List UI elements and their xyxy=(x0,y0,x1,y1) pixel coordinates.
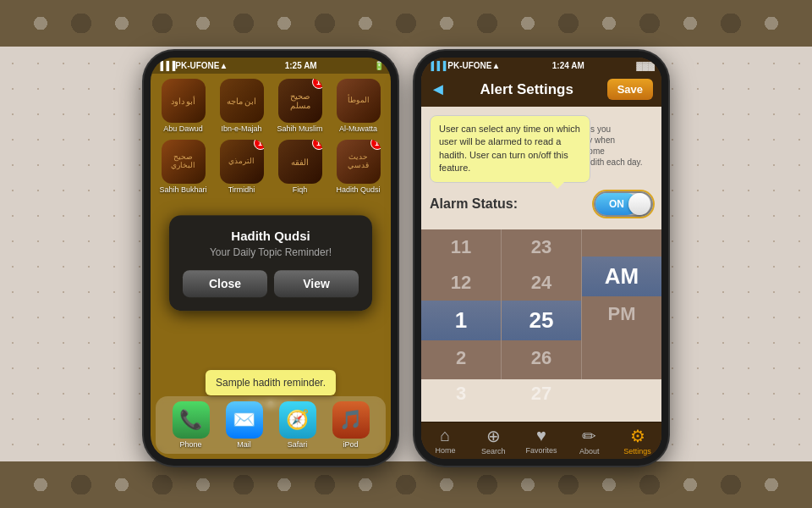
app-muwatta[interactable]: الموطأ Al-Muwatta xyxy=(332,79,384,133)
alert-settings-title: Alert Settings xyxy=(447,81,607,98)
tab-about-label: About xyxy=(579,447,600,456)
popup-title: Hadith Qudsi xyxy=(183,229,359,243)
dock: 📞 Phone ✉️ Mail 🧭 Safari 🎵 iPod xyxy=(156,396,386,454)
tab-home-label: Home xyxy=(435,446,455,455)
popup-notification: Hadith Qudsi Your Daily Topic Reminder! … xyxy=(169,215,372,311)
favorites-icon: ♥ xyxy=(536,426,546,445)
alarm-status-label: Alarm Status: xyxy=(430,196,518,212)
iphone-1: ▐▐▐ PK-UFONE ▲ 1:25 AM 🔋 أبو داود Abu Da… xyxy=(144,51,398,466)
app-ibn-majah[interactable]: ابن ماجه Ibn-e-Majah xyxy=(216,79,267,133)
back-arrow[interactable]: ◄ xyxy=(430,80,447,99)
view-button[interactable]: View xyxy=(274,270,359,297)
phone2-carrier: PK-UFONE xyxy=(447,61,491,70)
app-hadith-qudsi[interactable]: حديث قدسي 1 Hadith Qudsi xyxy=(332,140,384,194)
tab-favorites[interactable]: ♥ Favorites xyxy=(518,426,566,456)
phone2-battery: ▓▓▓ xyxy=(636,61,655,70)
app-sahih-muslim[interactable]: صحيح مسلم 1 Sahih Muslim xyxy=(274,79,326,133)
picker-minutes: 23 24 25 26 27 xyxy=(502,229,582,379)
picker-hours: 11 12 1 2 3 xyxy=(421,229,502,379)
tooltip-bubble: User can select any time on which user w… xyxy=(430,115,590,183)
alert-header: ◄ Alert Settings Save xyxy=(421,74,661,107)
tab-settings-label: Settings xyxy=(623,447,651,456)
phone1-wifi-icon: ▲ xyxy=(220,61,228,70)
close-button[interactable]: Close xyxy=(183,270,267,297)
tab-search[interactable]: ⊕ Search xyxy=(469,426,518,456)
phone1-status-bar: ▐▐▐ PK-UFONE ▲ 1:25 AM 🔋 xyxy=(151,58,391,74)
time-picker[interactable]: 11 12 1 2 3 23 24 25 26 27 xyxy=(421,229,661,379)
alarm-toggle[interactable]: ON xyxy=(594,191,653,217)
dock-safari[interactable]: 🧭 Safari xyxy=(279,401,316,449)
description-text: ...ts you...y when...omehadith each day. xyxy=(581,124,653,168)
floral-border-bottom xyxy=(0,461,812,508)
phone2-time: 1:24 AM xyxy=(500,61,636,70)
phone1-signal: ▐▐▐ xyxy=(157,61,175,70)
popup-buttons: Close View xyxy=(183,270,359,297)
app-tirmidhi[interactable]: الترمذي 1 Tirmidhi xyxy=(216,140,267,194)
ipod-app-label: iPod xyxy=(343,440,358,449)
tab-about[interactable]: ✏ About xyxy=(565,426,613,456)
phone2-screen: ▐▐▐ PK-UFONE ▲ 1:24 AM ▓▓▓ ◄ Alert Setti… xyxy=(421,58,661,459)
tab-search-label: Search xyxy=(481,447,506,456)
mail-app-label: Mail xyxy=(237,440,251,449)
tab-home[interactable]: ⌂ Home xyxy=(421,426,469,456)
phone1-carrier: PK-UFONE xyxy=(175,61,219,70)
search-icon: ⊕ xyxy=(486,426,501,446)
phone2-wifi-icon: ▲ xyxy=(492,61,501,70)
dock-ipod[interactable]: 🎵 iPod xyxy=(332,401,370,449)
app-fiqh[interactable]: الفقه 1 Fiqh xyxy=(274,140,326,194)
settings-icon: ⚙ xyxy=(630,426,645,446)
app-grid: أبو داود Abu Dawud ابن ماجه Ibn-e-Majah … xyxy=(151,74,391,199)
app-bukhari[interactable]: صحيح البخاري Sahih Bukhari xyxy=(157,140,209,194)
alarm-status-row: Alarm Status: ON xyxy=(430,191,653,217)
phone2-status-bar: ▐▐▐ PK-UFONE ▲ 1:24 AM ▓▓▓ xyxy=(421,58,661,74)
floral-border-top xyxy=(0,0,812,47)
tooltip-text: User can select any time on which user w… xyxy=(439,124,580,173)
dock-mail[interactable]: ✉️ Mail xyxy=(226,401,263,449)
tooltip-arrow xyxy=(551,182,564,189)
iphone-2: ▐▐▐ PK-UFONE ▲ 1:24 AM ▓▓▓ ◄ Alert Setti… xyxy=(414,51,668,466)
ipod-app-icon: 🎵 xyxy=(332,401,370,439)
dock-phone[interactable]: 📞 Phone xyxy=(173,401,210,449)
home-icon: ⌂ xyxy=(440,426,450,445)
phone2-signal: ▐▐▐ xyxy=(428,61,446,70)
tab-settings[interactable]: ⚙ Settings xyxy=(613,426,661,456)
app-abu-dawud[interactable]: أبو داود Abu Dawud xyxy=(157,79,209,133)
about-icon: ✏ xyxy=(582,426,596,446)
tab-favorites-label: Favorites xyxy=(525,446,557,455)
safari-app-label: Safari xyxy=(288,440,308,449)
phones-container: ▐▐▐ PK-UFONE ▲ 1:25 AM 🔋 أبو داود Abu Da… xyxy=(144,51,668,466)
toggle-thumb xyxy=(628,193,650,215)
popup-subtitle: Your Daily Topic Reminder! xyxy=(183,246,359,258)
safari-app-icon: 🧭 xyxy=(279,401,316,439)
save-button[interactable]: Save xyxy=(607,79,653,100)
mail-app-icon: ✉️ xyxy=(226,401,263,439)
phone-app-icon: 📞 xyxy=(173,401,210,439)
phone1-screen: ▐▐▐ PK-UFONE ▲ 1:25 AM 🔋 أبو داود Abu Da… xyxy=(151,58,391,459)
phone1-battery: 🔋 xyxy=(374,61,384,70)
phone1-time: 1:25 AM xyxy=(228,61,374,70)
picker-ampm: AM PM xyxy=(582,229,661,379)
sample-note: Sample hadith reminder. xyxy=(206,370,336,395)
tab-bar: ⌂ Home ⊕ Search ♥ Favorites ✏ About ⚙ xyxy=(421,422,661,459)
phone-app-label: Phone xyxy=(179,440,201,449)
alert-content: User can select any time on which user w… xyxy=(421,107,661,422)
